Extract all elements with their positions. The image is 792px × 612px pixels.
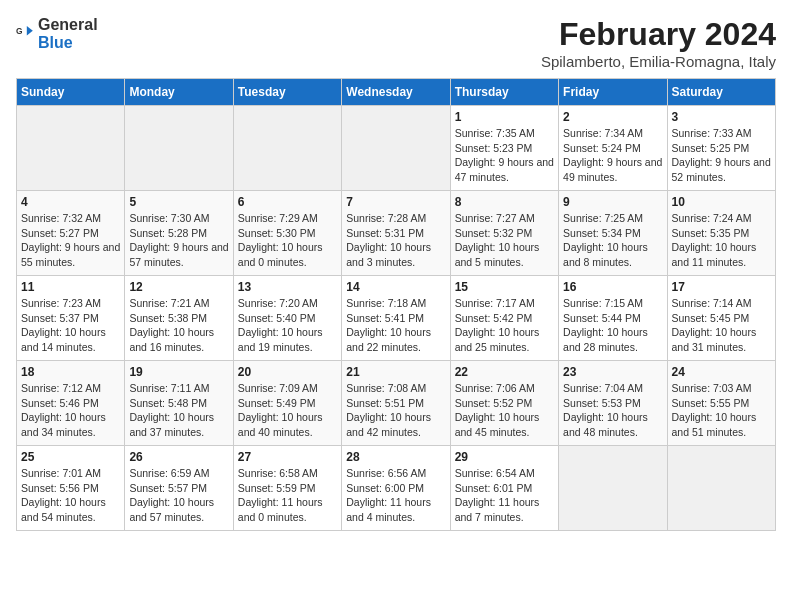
calendar-cell: 18Sunrise: 7:12 AM Sunset: 5:46 PM Dayli… <box>17 361 125 446</box>
calendar-cell <box>559 446 667 531</box>
calendar-header-row: SundayMondayTuesdayWednesdayThursdayFrid… <box>17 79 776 106</box>
day-number: 26 <box>129 450 228 464</box>
day-info: Sunrise: 7:33 AM Sunset: 5:25 PM Dayligh… <box>672 126 771 185</box>
day-info: Sunrise: 7:24 AM Sunset: 5:35 PM Dayligh… <box>672 211 771 270</box>
calendar-cell: 16Sunrise: 7:15 AM Sunset: 5:44 PM Dayli… <box>559 276 667 361</box>
calendar-table: SundayMondayTuesdayWednesdayThursdayFrid… <box>16 78 776 531</box>
day-info: Sunrise: 7:15 AM Sunset: 5:44 PM Dayligh… <box>563 296 662 355</box>
day-info: Sunrise: 7:14 AM Sunset: 5:45 PM Dayligh… <box>672 296 771 355</box>
calendar-cell: 19Sunrise: 7:11 AM Sunset: 5:48 PM Dayli… <box>125 361 233 446</box>
day-info: Sunrise: 7:25 AM Sunset: 5:34 PM Dayligh… <box>563 211 662 270</box>
day-info: Sunrise: 7:12 AM Sunset: 5:46 PM Dayligh… <box>21 381 120 440</box>
day-info: Sunrise: 7:34 AM Sunset: 5:24 PM Dayligh… <box>563 126 662 185</box>
day-info: Sunrise: 7:04 AM Sunset: 5:53 PM Dayligh… <box>563 381 662 440</box>
day-info: Sunrise: 7:30 AM Sunset: 5:28 PM Dayligh… <box>129 211 228 270</box>
main-title: February 2024 <box>541 16 776 53</box>
calendar-cell: 27Sunrise: 6:58 AM Sunset: 5:59 PM Dayli… <box>233 446 341 531</box>
day-number: 20 <box>238 365 337 379</box>
day-number: 21 <box>346 365 445 379</box>
calendar-cell: 6Sunrise: 7:29 AM Sunset: 5:30 PM Daylig… <box>233 191 341 276</box>
header-monday: Monday <box>125 79 233 106</box>
calendar-cell: 21Sunrise: 7:08 AM Sunset: 5:51 PM Dayli… <box>342 361 450 446</box>
day-number: 9 <box>563 195 662 209</box>
day-info: Sunrise: 7:23 AM Sunset: 5:37 PM Dayligh… <box>21 296 120 355</box>
header: G General Blue February 2024 Spilamberto… <box>16 16 776 70</box>
calendar-cell: 14Sunrise: 7:18 AM Sunset: 5:41 PM Dayli… <box>342 276 450 361</box>
calendar-cell: 9Sunrise: 7:25 AM Sunset: 5:34 PM Daylig… <box>559 191 667 276</box>
calendar-cell: 8Sunrise: 7:27 AM Sunset: 5:32 PM Daylig… <box>450 191 558 276</box>
day-number: 18 <box>21 365 120 379</box>
calendar-cell <box>342 106 450 191</box>
day-number: 8 <box>455 195 554 209</box>
logo-text: General Blue <box>38 16 98 52</box>
calendar-cell <box>233 106 341 191</box>
calendar-cell: 12Sunrise: 7:21 AM Sunset: 5:38 PM Dayli… <box>125 276 233 361</box>
subtitle: Spilamberto, Emilia-Romagna, Italy <box>541 53 776 70</box>
calendar-cell: 13Sunrise: 7:20 AM Sunset: 5:40 PM Dayli… <box>233 276 341 361</box>
day-number: 1 <box>455 110 554 124</box>
logo-general: General <box>38 16 98 33</box>
logo: G General Blue <box>16 16 98 52</box>
day-info: Sunrise: 6:59 AM Sunset: 5:57 PM Dayligh… <box>129 466 228 525</box>
calendar-cell: 29Sunrise: 6:54 AM Sunset: 6:01 PM Dayli… <box>450 446 558 531</box>
calendar-cell: 20Sunrise: 7:09 AM Sunset: 5:49 PM Dayli… <box>233 361 341 446</box>
day-number: 29 <box>455 450 554 464</box>
calendar-cell: 24Sunrise: 7:03 AM Sunset: 5:55 PM Dayli… <box>667 361 775 446</box>
day-info: Sunrise: 7:03 AM Sunset: 5:55 PM Dayligh… <box>672 381 771 440</box>
day-info: Sunrise: 7:09 AM Sunset: 5:49 PM Dayligh… <box>238 381 337 440</box>
day-info: Sunrise: 7:08 AM Sunset: 5:51 PM Dayligh… <box>346 381 445 440</box>
svg-marker-1 <box>27 26 33 36</box>
calendar-week-3: 11Sunrise: 7:23 AM Sunset: 5:37 PM Dayli… <box>17 276 776 361</box>
day-number: 23 <box>563 365 662 379</box>
day-info: Sunrise: 7:32 AM Sunset: 5:27 PM Dayligh… <box>21 211 120 270</box>
calendar-week-4: 18Sunrise: 7:12 AM Sunset: 5:46 PM Dayli… <box>17 361 776 446</box>
day-info: Sunrise: 7:17 AM Sunset: 5:42 PM Dayligh… <box>455 296 554 355</box>
calendar-cell: 2Sunrise: 7:34 AM Sunset: 5:24 PM Daylig… <box>559 106 667 191</box>
day-number: 3 <box>672 110 771 124</box>
day-number: 10 <box>672 195 771 209</box>
day-number: 27 <box>238 450 337 464</box>
day-info: Sunrise: 7:06 AM Sunset: 5:52 PM Dayligh… <box>455 381 554 440</box>
calendar-cell: 5Sunrise: 7:30 AM Sunset: 5:28 PM Daylig… <box>125 191 233 276</box>
calendar-cell: 17Sunrise: 7:14 AM Sunset: 5:45 PM Dayli… <box>667 276 775 361</box>
header-thursday: Thursday <box>450 79 558 106</box>
day-info: Sunrise: 7:27 AM Sunset: 5:32 PM Dayligh… <box>455 211 554 270</box>
calendar-cell: 10Sunrise: 7:24 AM Sunset: 5:35 PM Dayli… <box>667 191 775 276</box>
day-info: Sunrise: 6:56 AM Sunset: 6:00 PM Dayligh… <box>346 466 445 525</box>
day-info: Sunrise: 7:18 AM Sunset: 5:41 PM Dayligh… <box>346 296 445 355</box>
svg-text:G: G <box>16 26 23 36</box>
calendar-cell: 15Sunrise: 7:17 AM Sunset: 5:42 PM Dayli… <box>450 276 558 361</box>
day-number: 28 <box>346 450 445 464</box>
day-number: 25 <box>21 450 120 464</box>
calendar-cell <box>125 106 233 191</box>
header-friday: Friday <box>559 79 667 106</box>
logo-blue: Blue <box>38 34 73 51</box>
calendar-body: 1Sunrise: 7:35 AM Sunset: 5:23 PM Daylig… <box>17 106 776 531</box>
calendar-cell: 3Sunrise: 7:33 AM Sunset: 5:25 PM Daylig… <box>667 106 775 191</box>
day-info: Sunrise: 6:54 AM Sunset: 6:01 PM Dayligh… <box>455 466 554 525</box>
calendar-cell: 7Sunrise: 7:28 AM Sunset: 5:31 PM Daylig… <box>342 191 450 276</box>
calendar-cell <box>667 446 775 531</box>
calendar-week-5: 25Sunrise: 7:01 AM Sunset: 5:56 PM Dayli… <box>17 446 776 531</box>
calendar-cell: 23Sunrise: 7:04 AM Sunset: 5:53 PM Dayli… <box>559 361 667 446</box>
day-info: Sunrise: 6:58 AM Sunset: 5:59 PM Dayligh… <box>238 466 337 525</box>
day-number: 19 <box>129 365 228 379</box>
header-sunday: Sunday <box>17 79 125 106</box>
day-number: 14 <box>346 280 445 294</box>
calendar-cell: 1Sunrise: 7:35 AM Sunset: 5:23 PM Daylig… <box>450 106 558 191</box>
day-number: 17 <box>672 280 771 294</box>
day-info: Sunrise: 7:11 AM Sunset: 5:48 PM Dayligh… <box>129 381 228 440</box>
calendar-cell: 11Sunrise: 7:23 AM Sunset: 5:37 PM Dayli… <box>17 276 125 361</box>
day-number: 13 <box>238 280 337 294</box>
calendar-cell: 4Sunrise: 7:32 AM Sunset: 5:27 PM Daylig… <box>17 191 125 276</box>
logo-graphic: G <box>16 23 34 45</box>
day-number: 6 <box>238 195 337 209</box>
calendar-week-1: 1Sunrise: 7:35 AM Sunset: 5:23 PM Daylig… <box>17 106 776 191</box>
calendar-cell: 25Sunrise: 7:01 AM Sunset: 5:56 PM Dayli… <box>17 446 125 531</box>
day-info: Sunrise: 7:01 AM Sunset: 5:56 PM Dayligh… <box>21 466 120 525</box>
day-info: Sunrise: 7:21 AM Sunset: 5:38 PM Dayligh… <box>129 296 228 355</box>
header-wednesday: Wednesday <box>342 79 450 106</box>
day-info: Sunrise: 7:29 AM Sunset: 5:30 PM Dayligh… <box>238 211 337 270</box>
day-number: 16 <box>563 280 662 294</box>
calendar-cell: 22Sunrise: 7:06 AM Sunset: 5:52 PM Dayli… <box>450 361 558 446</box>
